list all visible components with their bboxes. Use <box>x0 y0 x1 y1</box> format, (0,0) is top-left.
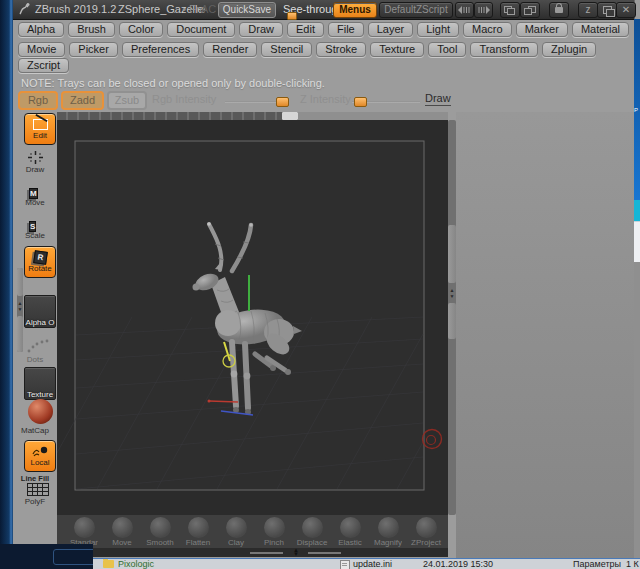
brush-zproject[interactable]: ZProject <box>409 515 443 548</box>
menu-macro[interactable]: Macro <box>463 22 512 37</box>
texture-label: Texture <box>25 390 55 399</box>
quicksave-button[interactable]: QuickSave <box>218 2 276 18</box>
menu-preferences[interactable]: Preferences <box>122 42 199 57</box>
title-bar: ZBrush 2019.1.2 ZSphere_Gazelle .. • Fre… <box>13 0 634 20</box>
rgb-intensity-label: Rgb Intensity <box>152 93 216 105</box>
brush-thumbnail-icon <box>264 517 285 538</box>
background-window-right-edge: P <box>634 19 640 558</box>
menu-alpha[interactable]: Alpha <box>18 22 64 37</box>
menu-picker[interactable]: Picker <box>69 42 118 57</box>
brush-elastic[interactable]: Elastic <box>333 515 367 548</box>
brush-thumbnail-icon <box>150 517 171 538</box>
draw-label: Draw <box>13 165 57 174</box>
viewport-3d[interactable] <box>57 120 448 515</box>
file-size: 1 К <box>626 559 639 569</box>
menu-movie[interactable]: Movie <box>18 42 65 57</box>
polyframe-button[interactable] <box>27 483 49 496</box>
brush-thumbnail-icon <box>378 517 399 538</box>
rotate-icon: R <box>33 250 48 265</box>
rotate-button[interactable]: R Rotate <box>24 246 56 278</box>
menu-texture[interactable]: Texture <box>370 42 424 57</box>
local-symmetry-button[interactable]: Local <box>24 440 56 472</box>
folder-icon <box>103 560 114 568</box>
folder-name[interactable]: Pixologic <box>118 559 154 569</box>
menu-brush[interactable]: Brush <box>68 22 115 37</box>
restore-button[interactable] <box>597 2 617 18</box>
matcap-sphere[interactable] <box>28 399 53 424</box>
menu-document[interactable]: Document <box>167 22 235 37</box>
ini-file-icon <box>340 560 350 569</box>
rgb-intensity-handle[interactable] <box>276 97 289 107</box>
menu-stencil[interactable]: Stencil <box>261 42 312 57</box>
local-icon <box>32 446 48 458</box>
brush-clay[interactable]: Clay <box>219 515 253 548</box>
z-intensity-handle[interactable] <box>354 97 367 107</box>
see-through-slider[interactable] <box>287 12 297 20</box>
draw-button[interactable] <box>28 151 43 164</box>
menu-layer[interactable]: Layer <box>368 22 414 37</box>
background-window-corner <box>0 544 93 569</box>
texture-swatch[interactable]: Texture <box>24 367 56 400</box>
menu-light[interactable]: Light <box>417 22 459 37</box>
left-tray-toggle-button[interactable] <box>455 2 474 18</box>
stroke-dots-button[interactable] <box>27 336 51 354</box>
close-button[interactable]: ✕ <box>616 2 636 18</box>
zsub-button[interactable]: Zsub <box>107 91 147 110</box>
tray-toggle-arrows-icon[interactable]: ▲▼ <box>288 548 304 556</box>
canvas-hscrollbar-thumb[interactable] <box>282 112 298 120</box>
minimize-button[interactable]: z <box>578 2 598 18</box>
canvas-hscrollbar-track[interactable] <box>298 112 448 120</box>
canvas-hscrollbar[interactable] <box>57 112 282 120</box>
menu-bar-row-3: Zscript <box>18 58 69 73</box>
menu-zscript[interactable]: Zscript <box>18 58 69 73</box>
brush-pinch[interactable]: Pinch <box>257 515 291 548</box>
file-date: 24.01.2019 15:30 <box>423 559 493 569</box>
lock-icon[interactable] <box>549 2 569 18</box>
local-label: Local <box>30 458 49 467</box>
menu-bar-row-1: AlphaBrushColorDocumentDrawEditFileLayer… <box>18 22 629 37</box>
brush-thumbnail-icon <box>74 517 95 538</box>
arrange-windows-left-icon[interactable] <box>500 2 520 18</box>
sidebar-scrollbar[interactable]: ▲▼ <box>17 268 23 352</box>
rgb-button[interactable]: Rgb <box>18 91 58 110</box>
polyf-label: PolyF <box>13 497 57 506</box>
z-intensity-label: Z Intensity <box>300 93 351 105</box>
brush-magnify[interactable]: Magnify <box>371 515 405 548</box>
zbrush-logo-icon <box>17 2 31 16</box>
canvas-vscrollbar[interactable]: ▲▼ <box>448 120 456 515</box>
brush-thumbnail-icon <box>340 517 361 538</box>
menu-marker[interactable]: Marker <box>516 22 568 37</box>
brush-thumbnail-icon <box>302 517 323 538</box>
zbrush-window: ZBrush 2019.1.2 ZSphere_Gazelle .. • Fre… <box>13 0 635 558</box>
menu-color[interactable]: Color <box>119 22 163 37</box>
edit-button[interactable]: Edit <box>24 113 56 145</box>
menu-material[interactable]: Material <box>572 22 629 37</box>
canvas-area[interactable] <box>57 112 448 515</box>
brush-flatten[interactable]: Flatten <box>181 515 215 548</box>
menu-file[interactable]: File <box>328 22 364 37</box>
default-zscript-button[interactable]: DefaultZScript <box>379 2 453 18</box>
file-name[interactable]: update.ini <box>353 559 392 569</box>
polyframe-grid-icon <box>27 483 49 496</box>
menu-zplugin[interactable]: Zplugin <box>542 42 596 57</box>
brush-displace[interactable]: Displace <box>295 515 329 548</box>
brush-blob[interactable]: Blob <box>447 515 448 548</box>
menu-edit[interactable]: Edit <box>287 22 324 37</box>
menu-stroke[interactable]: Stroke <box>316 42 366 57</box>
right-tray[interactable] <box>456 112 634 558</box>
zadd-button[interactable]: Zadd <box>61 91 104 110</box>
arrange-windows-right-icon[interactable] <box>520 2 540 18</box>
brush-thumbnail-icon <box>188 517 209 538</box>
menu-tool[interactable]: Tool <box>428 42 466 57</box>
alpha-swatch[interactable]: Alpha O <box>24 295 56 328</box>
file-explorer-strip: Pixologic update.ini 24.01.2019 15:30 Па… <box>93 558 640 569</box>
menu-render[interactable]: Render <box>203 42 257 57</box>
menus-toggle-button[interactable]: Menus <box>333 2 377 18</box>
brush-smooth[interactable]: Smooth <box>143 515 177 548</box>
menu-transform[interactable]: Transform <box>470 42 538 57</box>
brush-move[interactable]: Move <box>105 515 139 548</box>
menu-draw[interactable]: Draw <box>239 22 283 37</box>
tray-divider[interactable]: ▲▼ <box>57 548 448 557</box>
brush-thumbnail-icon <box>416 517 437 538</box>
right-tray-toggle-button[interactable] <box>474 2 493 18</box>
